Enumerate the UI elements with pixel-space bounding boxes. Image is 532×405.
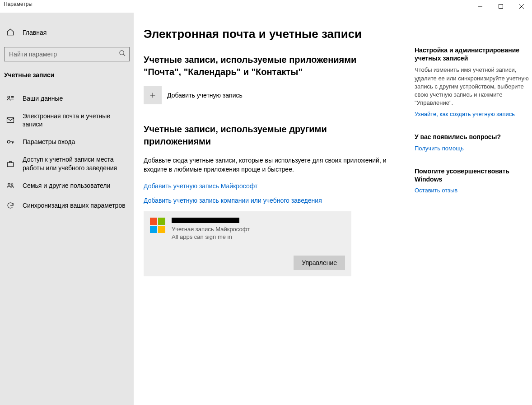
help-section-title: Настройка и администрирование учетных за… [415,46,532,62]
svg-rect-10 [7,118,14,123]
manage-account-button[interactable]: Управление [294,256,345,270]
minimize-button[interactable] [470,0,490,13]
get-help-link[interactable]: Получить помощь [415,145,532,152]
window-title: Параметры [4,0,33,7]
sidebar-item-sync[interactable]: Синхронизация ваших параметров [0,196,134,215]
sidebar-item-label: Параметры входа [23,138,127,146]
titlebar: Параметры [0,0,532,13]
sidebar-item-label: Семья и другие пользователи [23,182,127,190]
people-icon [6,182,14,190]
account-card[interactable]: Учетная запись Майкрософт All apps can s… [144,211,351,276]
sidebar-item-label: Электронная почта и учетные записи [23,112,127,128]
feedback-link[interactable]: Оставить отзыв [415,187,532,194]
plus-icon [144,86,162,104]
section-description: Добавьте сюда учетные записи, которые вы… [144,156,397,174]
svg-rect-15 [7,163,14,167]
sidebar-nav: Ваши данные Электронная почта и учетные … [0,88,134,215]
add-account-label: Добавить учетную запись [167,92,243,99]
account-name-redacted [172,218,239,223]
add-account-button[interactable]: Добавить учетную запись [144,86,397,104]
search-input[interactable] [4,47,130,61]
sidebar-item-label: Синхронизация ваших параметров [23,201,127,209]
help-learn-link[interactable]: Узнайте, как создать учетную запись [415,111,532,117]
section-other-apps-title: Учетные записи, используемые другими при… [144,123,397,148]
sidebar-item-label: Доступ к учетной записи места работы или… [23,155,127,172]
home-link[interactable]: Главная [0,23,134,42]
sidebar: Главная Учетные записи Ваши данные Элект… [0,13,134,405]
search-wrap [4,47,130,61]
sidebar-item-label: Ваши данные [23,94,127,102]
page-title: Электронная почта и учетные записи [144,27,397,41]
window-controls [470,0,532,13]
svg-point-11 [7,140,10,143]
sidebar-item-family[interactable]: Семья и другие пользователи [0,176,134,196]
svg-point-6 [8,96,10,98]
svg-point-17 [11,184,13,186]
svg-point-16 [8,183,10,186]
help-panel: Настройка и администрирование учетных за… [415,27,532,405]
key-icon [6,138,14,146]
add-work-account-link[interactable]: Добавить учетную запись компании или уче… [144,197,397,204]
mail-icon [6,116,14,124]
help-questions-title: У вас появились вопросы? [415,133,532,141]
sidebar-item-your-info[interactable]: Ваши данные [0,88,134,108]
search-icon [119,50,126,57]
add-microsoft-account-link[interactable]: Добавить учетную запись Майкрософт [144,182,397,190]
sidebar-item-signin-options[interactable]: Параметры входа [0,132,134,152]
help-feedback-title: Помогите усовершенствовать Windows [415,167,532,183]
sidebar-item-email-accounts[interactable]: Электронная почта и учетные записи [0,108,134,132]
svg-point-4 [120,51,124,55]
sidebar-category: Учетные записи [0,71,134,83]
person-card-icon [6,94,14,102]
help-section-text: Чтобы изменить имя учетной записи, удали… [415,66,532,107]
home-label: Главная [23,29,47,36]
account-status: All apps can sign me in [172,233,250,240]
svg-rect-1 [499,5,503,9]
main-content: Электронная почта и учетные записи Учетн… [134,13,532,405]
maximize-button[interactable] [490,0,511,13]
sync-icon [6,201,14,209]
account-type: Учетная запись Майкрософт [172,226,250,233]
briefcase-icon [6,160,14,168]
sidebar-item-work-access[interactable]: Доступ к учетной записи места работы или… [0,152,134,175]
svg-line-5 [123,54,125,56]
close-button[interactable] [511,0,532,13]
microsoft-logo-icon [150,218,165,233]
home-icon [6,28,14,37]
section-accounts-apps-title: Учетные записи, используемые приложениям… [144,54,397,78]
